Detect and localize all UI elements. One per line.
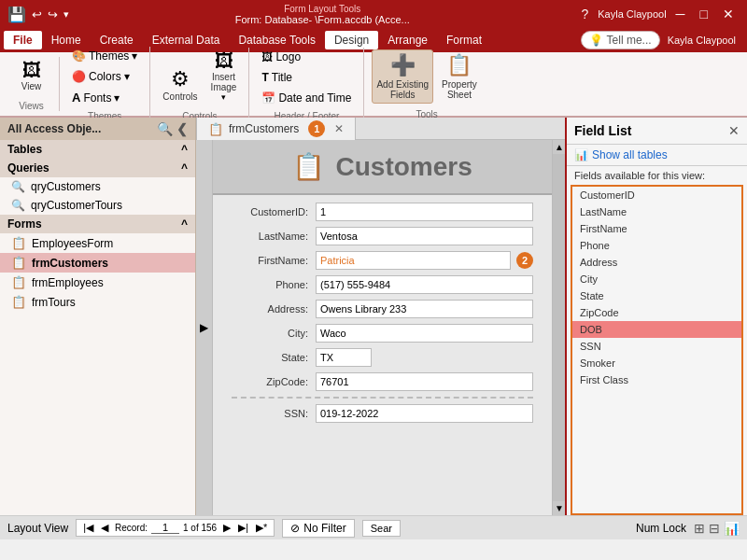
field-value-address[interactable] [316,300,533,318]
title-bar: 💾 ↩ ↪ ▾ Form Layout Tools Form: Database… [0,0,747,28]
qry-customers-label: qryCustomers [31,180,101,193]
menu-format[interactable]: Format [437,31,491,49]
record-new-btn[interactable]: ▶* [253,521,270,535]
show-all-tables-btn[interactable]: 📊 Show all tables [567,145,747,166]
form-tab-frm-customers[interactable]: 📋 frmCustomers 1 ✕ [196,118,356,140]
search-btn[interactable]: Sear [362,520,401,537]
nav-section-forms[interactable]: Forms ^ [0,215,195,233]
field-label-phone: Phone: [232,279,316,290]
field-row-phone: Phone: [232,275,533,294]
add-existing-fields-btn[interactable]: ➕ Add ExistingFields [372,49,433,104]
field-value-customerid[interactable] [316,203,533,221]
field-list-item[interactable]: CustomerID [572,187,741,203]
nav-item-frm-employees[interactable]: 📋 frmEmployees [0,273,195,292]
form-tab-icon: 📋 [208,122,223,136]
field-list-item[interactable]: City [572,271,741,287]
record-first-btn[interactable]: |◀ [80,521,96,535]
logo-icon: 🖼 [261,50,273,63]
form-header: 📋 Customers [213,140,552,195]
record-last-btn[interactable]: ▶| [235,521,251,535]
undo-btn[interactable]: ↩ [32,7,42,21]
user-account[interactable]: Kayla Claypool [660,35,743,46]
field-list-item[interactable]: LastName [572,203,741,220]
scroll-left-arrow[interactable]: ▶ [196,140,213,515]
property-sheet-label: PropertySheet [442,79,477,100]
field-label-city: City: [232,328,316,339]
field-list-close-btn[interactable]: ✕ [728,123,740,138]
insert-image-icon: 🖼 [215,51,233,70]
form-title: Customers [336,152,472,181]
field-value-ssn[interactable] [316,404,533,423]
nav-panel: All Access Obje... 🔍 ❮ Tables ^ Queries … [0,118,196,515]
themes-label: Themes [89,49,129,63]
field-value-phone[interactable] [316,275,533,294]
field-list-item[interactable]: ZipCode [572,304,741,321]
themes-icon: 🎨 [72,49,86,63]
form-scrollbar[interactable]: ▲ ▼ [552,140,565,515]
maximize-btn[interactable]: □ [695,5,713,23]
menu-arrange[interactable]: Arrange [378,31,437,49]
field-value-lastname[interactable] [316,227,533,245]
nav-section-queries[interactable]: Queries ^ [0,159,195,177]
controls-btn[interactable]: ⚙ Controls [158,65,202,105]
fonts-label: Fonts [83,91,111,105]
property-sheet-btn[interactable]: 📋 PropertySheet [437,49,482,104]
field-list-item[interactable]: DOB [572,321,741,338]
field-label-customerid: CustomerID: [232,206,316,217]
field-value-city[interactable] [316,324,533,343]
field-value-state[interactable] [316,348,372,367]
nav-search-icon[interactable]: 🔍 [157,121,173,136]
menu-file[interactable]: File [4,31,42,49]
field-list-item[interactable]: Smoker [572,355,741,371]
status-bar: Layout View |◀ ◀ Record: 1 of 156 ▶ ▶| ▶… [0,515,747,539]
scroll-up-btn[interactable]: ▲ [553,140,565,154]
minimize-btn[interactable]: ─ [670,5,691,23]
help-btn[interactable]: ? [575,5,594,23]
redo-btn[interactable]: ↪ [48,7,58,21]
layout-icon[interactable]: ⊞ [694,521,705,536]
tell-me-input[interactable]: 💡 Tell me... [581,31,660,49]
record-next-btn[interactable]: ▶ [220,521,233,535]
ribbon-group-header-footer: 🖼 Logo T Title 📅 Date and Time Header / … [249,48,364,121]
field-list-item[interactable]: Address [572,254,741,271]
fonts-icon: A [72,91,80,105]
field-list-item[interactable]: Phone [572,237,741,254]
field-list-item[interactable]: First Class [572,371,741,388]
field-list-item[interactable]: State [572,287,741,304]
lightbulb-icon: 💡 [589,34,603,47]
nav-item-employees-form[interactable]: 📋 EmployeesForm [0,233,195,253]
colors-btn[interactable]: 🔴 Colors ▾ [67,67,142,86]
frm-employees-icon: 📋 [11,275,26,289]
record-number-input[interactable] [151,522,179,534]
close-btn[interactable]: ✕ [717,5,740,23]
scroll-down-btn[interactable]: ▼ [553,501,565,515]
chart-icon[interactable]: 📊 [724,521,740,536]
field-list-item[interactable]: FirstName [572,220,741,237]
nav-chevron-icon[interactable]: ❮ [176,121,188,136]
colors-icon: 🔴 [72,70,86,83]
themes-btn[interactable]: 🎨 Themes ▾ [67,47,142,65]
record-prev-btn[interactable]: ◀ [98,521,111,535]
field-value-zipcode[interactable] [316,372,533,391]
nav-item-frm-customers[interactable]: 📋 frmCustomers [0,253,195,273]
form-tab-close[interactable]: ✕ [334,122,344,135]
field-value-firstname[interactable] [316,251,511,270]
filter-btn[interactable]: ⊘ No Filter [282,519,354,538]
nav-item-frm-tours[interactable]: 📋 frmTours [0,292,195,312]
window-title: Form: Database- \Form.accdb (Acce... [235,14,410,25]
insert-image-btn[interactable]: 🖼 InsertImage ▾ [206,48,242,105]
table-icon: 📊 [574,148,588,161]
nav-item-qry-customer-tours[interactable]: 🔍 qryCustomerTours [0,196,195,215]
tables-chevron: ^ [181,143,188,156]
field-list-item[interactable]: SSN [572,338,741,355]
nav-item-qry-customers[interactable]: 🔍 qryCustomers [0,177,195,196]
view-button[interactable]: 🖼 View [15,57,49,95]
colors-arrow: ▾ [124,70,130,83]
grid-icon[interactable]: ⊟ [709,521,720,536]
title-btn[interactable]: T Title [257,68,356,87]
date-time-btn[interactable]: 📅 Date and Time [257,89,356,107]
fonts-btn[interactable]: A Fonts ▾ [67,88,142,107]
logo-btn[interactable]: 🖼 Logo [257,48,356,66]
nav-section-tables[interactable]: Tables ^ [0,140,195,159]
field-row-address: Address: [232,300,533,318]
